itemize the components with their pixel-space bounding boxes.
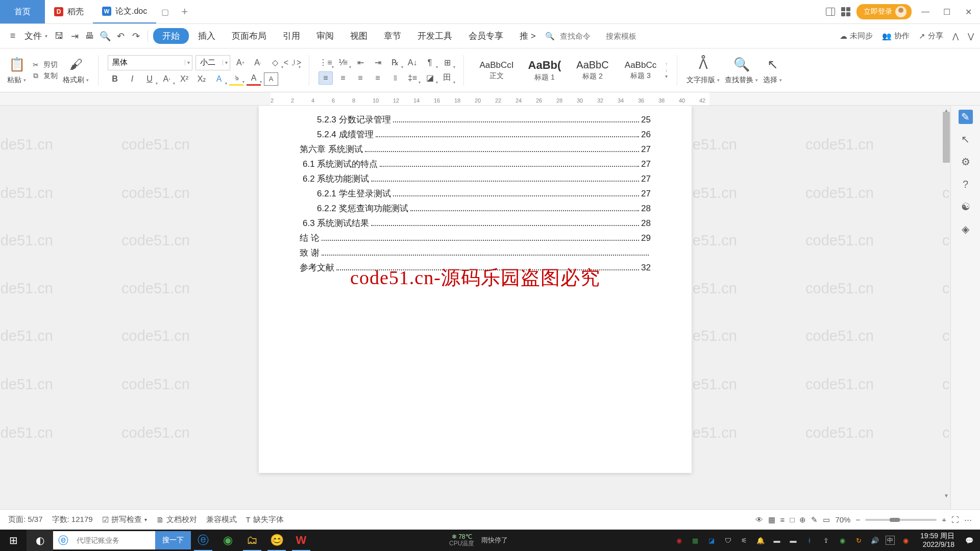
reading-view-icon[interactable]: 👁 bbox=[755, 515, 763, 524]
style-heading2[interactable]: AaBbC标题 2 bbox=[569, 59, 616, 81]
help-icon[interactable]: ? bbox=[959, 177, 973, 191]
tray-wifi-icon[interactable]: ⚟ bbox=[739, 535, 750, 546]
tray-update-icon[interactable]: ↻ bbox=[853, 535, 864, 546]
tray-wechat-icon[interactable]: ◉ bbox=[837, 535, 848, 546]
align-left-icon[interactable]: ≡ bbox=[318, 71, 333, 85]
missing-font[interactable]: T缺失字体 bbox=[246, 515, 284, 524]
sync-status[interactable]: ☁未同步 bbox=[840, 31, 873, 41]
tab-home[interactable]: 首页 bbox=[0, 0, 45, 23]
font-name-input[interactable] bbox=[108, 56, 185, 70]
collab-button[interactable]: 👥协作 bbox=[882, 31, 910, 41]
scroll-thumb[interactable] bbox=[943, 112, 950, 163]
show-marks-icon[interactable]: ¶ bbox=[423, 56, 437, 69]
clear-format-icon[interactable]: ◇ bbox=[268, 56, 282, 69]
menu-icon[interactable]: ≡ bbox=[6, 30, 19, 43]
app-ie[interactable]: ⓔ bbox=[191, 530, 215, 551]
taskbar-search[interactable]: ⓔ 搜一下 bbox=[53, 531, 191, 549]
tray-battery-icon[interactable]: ▬ bbox=[788, 535, 799, 546]
file-menu[interactable]: 文件 bbox=[21, 30, 51, 42]
idea-icon[interactable]: ◈ bbox=[959, 222, 973, 236]
change-case-icon[interactable]: <꠸> bbox=[285, 56, 300, 69]
minimize-button[interactable]: — bbox=[918, 4, 933, 19]
globe-view-icon[interactable]: ⊕ bbox=[799, 515, 806, 524]
login-button[interactable]: 立即登录 bbox=[856, 4, 912, 19]
ribbon-tab-member[interactable]: 会员专享 bbox=[461, 28, 510, 44]
spell-check-toggle[interactable]: ☑拼写检查▾ bbox=[102, 515, 147, 524]
tab-window-icon[interactable]: ▢ bbox=[156, 0, 174, 23]
ribbon-tab-review[interactable]: 审阅 bbox=[309, 28, 341, 44]
ribbon-tab-more[interactable]: 推 > bbox=[512, 28, 543, 44]
app-explorer[interactable]: 🗂 bbox=[240, 530, 264, 551]
ribbon-tab-pagelayout[interactable]: 页面布局 bbox=[225, 28, 274, 44]
font-color-icon[interactable]: A bbox=[247, 72, 261, 86]
tray-gpu-icon[interactable]: ▬ bbox=[771, 535, 782, 546]
zoom-out-icon[interactable]: − bbox=[855, 515, 860, 524]
save-icon[interactable]: 🖫 bbox=[53, 30, 66, 43]
line-spacing-icon[interactable]: ‡≡ bbox=[405, 71, 420, 85]
taskbar-search-button[interactable]: 搜一下 bbox=[155, 531, 191, 549]
ribbon-tab-start[interactable]: 开始 bbox=[153, 28, 189, 44]
close-button[interactable]: ✕ bbox=[961, 4, 976, 19]
strikethrough-icon[interactable]: A· bbox=[160, 72, 174, 86]
style-scroll-icon[interactable]: ↑↓▾ bbox=[665, 61, 668, 79]
web-view-icon[interactable]: □ bbox=[790, 515, 794, 524]
scrollbar[interactable]: ▲ ▼ bbox=[943, 108, 950, 528]
proofread-button[interactable]: 🗎文档校对 bbox=[156, 515, 197, 524]
collapse-ribbon-icon[interactable]: ⋀ bbox=[952, 32, 959, 41]
share-button[interactable]: ↗分享 bbox=[919, 31, 943, 41]
align-center-icon[interactable]: ≡ bbox=[336, 71, 350, 85]
print-icon[interactable]: 🖶 bbox=[83, 30, 96, 43]
find-replace-button[interactable]: 🔍查找替换 bbox=[725, 56, 758, 85]
cpu-temp-widget[interactable]: ❄ 78℃ CPU温度 bbox=[446, 534, 477, 547]
edit-view-icon[interactable]: ✎ bbox=[811, 515, 818, 524]
undo-icon[interactable]: ↶ bbox=[114, 30, 127, 43]
layout-toggle-icon[interactable] bbox=[826, 8, 835, 16]
tray-volume-icon[interactable]: 🔊 bbox=[869, 535, 880, 546]
font-size-dropdown-icon[interactable]: ▾ bbox=[223, 60, 230, 65]
app-360[interactable]: ◉ bbox=[215, 530, 240, 551]
bullet-list-icon[interactable]: ⋮≡ bbox=[318, 56, 333, 69]
start-button[interactable]: ⊞ bbox=[0, 530, 27, 551]
maximize-button[interactable]: ☐ bbox=[939, 4, 954, 19]
app-chat[interactable]: 😊 bbox=[264, 530, 289, 551]
tray-app1-icon[interactable]: ◉ bbox=[673, 535, 684, 546]
superscript-icon[interactable]: X² bbox=[177, 72, 191, 86]
settings-slider-icon[interactable]: ⚙ bbox=[959, 155, 973, 169]
sort-icon[interactable]: A↓ bbox=[405, 56, 420, 69]
tray-bluetooth-icon[interactable]: ᚼ bbox=[804, 535, 815, 546]
asian-layout-icon[interactable]: ℞ bbox=[388, 56, 402, 69]
search-template-input[interactable] bbox=[606, 32, 647, 40]
decrease-indent-icon[interactable]: ⇤ bbox=[353, 56, 368, 69]
ribbon-down-icon[interactable]: ⋁ bbox=[968, 32, 974, 41]
print-preview-icon[interactable]: 🔍 bbox=[99, 30, 112, 43]
redo-icon[interactable]: ↷ bbox=[129, 30, 142, 43]
fit-width-icon[interactable]: ▭ bbox=[823, 515, 830, 524]
tray-usb-icon[interactable]: ⇪ bbox=[820, 535, 831, 546]
translate-icon[interactable]: ☯ bbox=[959, 199, 973, 214]
app-grid-icon[interactable] bbox=[841, 7, 850, 16]
zoom-value[interactable]: 70% bbox=[835, 515, 850, 524]
copy-button[interactable]: ⧉复制 bbox=[31, 71, 58, 81]
style-heading1[interactable]: AaBb(标题 1 bbox=[521, 59, 568, 82]
char-border-icon[interactable]: A bbox=[264, 72, 278, 86]
taskbar-search-input[interactable] bbox=[74, 532, 155, 549]
outline-view-icon[interactable]: ≡ bbox=[780, 515, 785, 524]
ribbon-tab-view[interactable]: 视图 bbox=[343, 28, 375, 44]
ribbon-tab-devtools[interactable]: 开发工具 bbox=[410, 28, 459, 44]
format-painter-button[interactable]: 🖌 格式刷 bbox=[63, 56, 89, 85]
tray-input-icon[interactable]: ◉ bbox=[900, 535, 911, 546]
distribute-icon[interactable]: ⫴ bbox=[388, 71, 402, 85]
align-right-icon[interactable]: ≡ bbox=[353, 71, 368, 85]
zoom-slider[interactable] bbox=[865, 519, 937, 521]
decrease-font-icon[interactable]: A- bbox=[251, 56, 265, 69]
font-size-input[interactable] bbox=[196, 56, 223, 70]
tab-doke[interactable]: 稻壳 bbox=[45, 0, 93, 23]
underline-icon[interactable]: U bbox=[142, 72, 157, 86]
tray-ime-icon[interactable]: 中 bbox=[886, 536, 895, 545]
pen-tool-icon[interactable]: ✎ bbox=[959, 110, 973, 124]
increase-indent-icon[interactable]: ⇥ bbox=[371, 56, 385, 69]
new-tab-button[interactable]: + bbox=[174, 0, 195, 23]
taskbar-clock[interactable]: 19:59 周日 2022/9/18 bbox=[916, 532, 959, 549]
export-icon[interactable]: ⇥ bbox=[68, 30, 81, 43]
page-view-icon[interactable]: ▦ bbox=[768, 515, 775, 524]
